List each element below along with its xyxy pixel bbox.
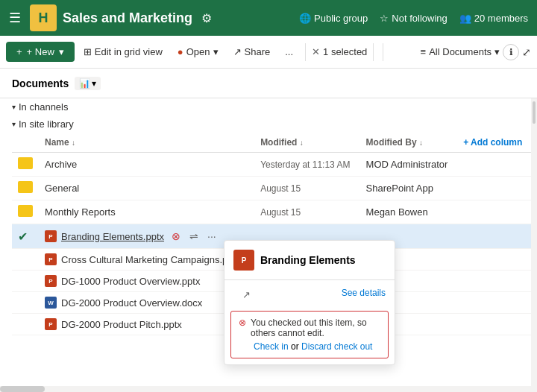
scrollbar-bottom[interactable] xyxy=(0,386,531,392)
row-icon-cell xyxy=(12,249,39,271)
row-name-cell: P DG-2000 Product Pitch.pptx xyxy=(39,314,254,335)
row-icon-cell xyxy=(12,292,39,314)
folder-icon xyxy=(18,157,33,169)
docx-icon: W xyxy=(45,297,57,309)
folder-icon xyxy=(18,205,33,217)
open-chevron-icon: ▾ xyxy=(213,46,219,57)
delete-action[interactable]: ⊗ xyxy=(169,229,183,244)
site-title: Sales and Marketing xyxy=(63,10,192,26)
row-modified-cell: Yesterday at 11:13 AM xyxy=(254,153,359,177)
checkout-icon: ✔ xyxy=(18,230,28,243)
members-count[interactable]: 👥 20 members xyxy=(459,13,528,24)
library-chevron: ▾ xyxy=(12,120,16,128)
row-name-cell: Archive xyxy=(39,153,254,177)
row-name-cell: P Branding Elements.pptx ⊗ ⇌ ··· xyxy=(39,224,254,249)
in-channels-section[interactable]: ▾ In channels xyxy=(0,98,537,116)
grid-icon: ⊞ xyxy=(84,46,92,57)
new-chevron-icon: ▾ xyxy=(59,46,64,57)
view-chevron: ▾ xyxy=(92,78,96,89)
pptx-icon: P xyxy=(45,253,57,265)
check-in-link[interactable]: Check in xyxy=(254,341,289,352)
globe-icon: 🌐 xyxy=(299,13,311,24)
toolbar-divider3 xyxy=(383,43,383,61)
star-icon: ☆ xyxy=(380,13,389,24)
share-action[interactable]: ⇌ xyxy=(186,229,201,244)
table-row[interactable]: General August 15 SharePoint App xyxy=(12,177,531,200)
file-actions: ⊗ ⇌ ··· xyxy=(169,229,219,244)
view-icon: 📊 xyxy=(79,78,90,89)
col-modified[interactable]: Modified ↓ xyxy=(254,133,359,153)
popup-details-row: ↗ See details xyxy=(224,280,395,305)
hamburger-icon[interactable]: ☰ xyxy=(9,10,21,26)
table-row[interactable]: Archive Yesterday at 11:13 AM MOD Admini… xyxy=(12,153,531,177)
more-button[interactable]: ... xyxy=(279,42,299,62)
people-icon: 👥 xyxy=(459,13,471,24)
col-add[interactable]: + Add column xyxy=(457,133,531,153)
col-name[interactable]: Name ↓ xyxy=(39,133,254,153)
following-toggle[interactable]: ☆ Not following xyxy=(380,13,447,24)
filter-icon: ≡ xyxy=(421,46,427,57)
col-modified-by[interactable]: Modified By ↓ xyxy=(360,133,458,153)
row-icon-cell xyxy=(12,314,39,335)
popup-title: Branding Elements xyxy=(260,254,356,266)
row-icon-cell xyxy=(12,271,39,292)
info-button[interactable]: ℹ xyxy=(503,44,519,60)
scrollbar-right[interactable] xyxy=(531,98,537,392)
scroll-thumb[interactable] xyxy=(533,101,536,124)
popup-pptx-icon: P xyxy=(233,250,254,271)
name-sort-icon: ↓ xyxy=(72,139,75,147)
modified-by-sort-icon: ↓ xyxy=(419,139,423,147)
header-meta: 🌐 Public group ☆ Not following 👥 20 memb… xyxy=(299,13,528,24)
selected-badge: ✕ 1 selected xyxy=(312,46,367,57)
row-modified-by-cell: MOD Administrator xyxy=(360,153,458,177)
row-modified-cell: August 15 xyxy=(254,177,359,200)
warning-text: ⊗ You checked out this item, so others c… xyxy=(239,317,380,338)
col-checkbox xyxy=(12,133,39,153)
see-details-link[interactable]: See details xyxy=(342,285,386,300)
row-icon-cell xyxy=(12,153,39,177)
row-name-cell: General xyxy=(39,177,254,200)
new-button[interactable]: + + New ▾ xyxy=(6,42,75,62)
share-icon: ↗ xyxy=(233,46,242,57)
row-name-cell: P DG-1000 Product Overview.pptx xyxy=(39,271,254,292)
folder-icon xyxy=(18,181,33,193)
toolbar-divider2 xyxy=(373,43,374,61)
row-name-cell: P Cross Cultural Marketing Campaigns.ppt… xyxy=(39,249,254,271)
top-header: ☰ H Sales and Marketing ⚙ 🌐 Public group… xyxy=(0,0,537,36)
popup-warning: ⊗ You checked out this item, so others c… xyxy=(230,311,389,358)
edit-grid-button[interactable]: ⊞ Edit in grid view xyxy=(78,42,169,62)
share-link-icon: ↗ xyxy=(233,285,251,300)
all-docs-filter[interactable]: ≡ All Documents ▾ xyxy=(421,46,500,57)
modified-sort-icon: ↓ xyxy=(300,139,304,147)
plus-icon: + xyxy=(16,46,22,57)
expand-icon[interactable]: ⤢ xyxy=(522,46,531,58)
row-name-cell: Monthly Reports xyxy=(39,200,254,224)
toolbar-divider xyxy=(305,43,306,61)
row-modified-by-cell: SharePoint App xyxy=(360,177,458,200)
settings-icon[interactable]: ⚙ xyxy=(201,11,212,25)
in-site-library-section[interactable]: ▾ In site library xyxy=(0,116,537,133)
row-modified-by-cell: Megan Bowen xyxy=(360,200,458,224)
share-button[interactable]: ↗ Share xyxy=(227,42,277,62)
discard-checkout-link[interactable]: Discard check out xyxy=(301,341,372,352)
popup-header: P Branding Elements xyxy=(224,241,395,279)
pptx-icon: P xyxy=(45,230,57,242)
more-action[interactable]: ··· xyxy=(204,229,219,244)
scroll-thumb-h[interactable] xyxy=(0,386,45,392)
warning-icon: ⊗ xyxy=(239,317,246,328)
row-icon-cell xyxy=(12,177,39,200)
all-docs-chevron: ▾ xyxy=(494,46,500,57)
pptx-icon: P xyxy=(45,275,57,287)
docs-header: Documents 📊 ▾ xyxy=(0,69,537,98)
public-group-label: 🌐 Public group xyxy=(299,13,368,24)
file-popup: P Branding Elements ↗ See details ⊗ You … xyxy=(224,240,395,365)
open-pptx-icon: ● xyxy=(178,46,183,57)
table-row[interactable]: Monthly Reports August 15 Megan Bowen xyxy=(12,200,531,224)
branding-file-name[interactable]: Branding Elements.pptx xyxy=(61,231,164,242)
deselect-icon[interactable]: ✕ xyxy=(312,46,320,57)
checkout-cell: ✔ xyxy=(12,224,39,249)
row-icon-cell xyxy=(12,200,39,224)
open-button[interactable]: ● Open ▾ xyxy=(172,42,224,62)
view-toggle[interactable]: 📊 ▾ xyxy=(75,77,101,90)
row-modified-cell: August 15 xyxy=(254,200,359,224)
